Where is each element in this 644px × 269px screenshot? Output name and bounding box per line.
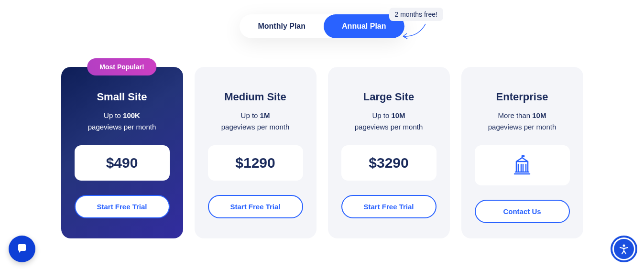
plan-card-small-site: Most Popular! Small Site Up to 100Kpagev… [61, 67, 183, 238]
promo-badge: 2 months free! [389, 8, 444, 21]
plan-title: Small Site [75, 91, 170, 103]
plan-card-medium-site: Medium Site Up to 1Mpageviews per month … [195, 67, 317, 238]
plan-title: Medium Site [208, 91, 303, 103]
plan-price: $1290 [235, 155, 275, 171]
plan-description: Up to 100Kpageviews per month [75, 110, 170, 133]
start-trial-button[interactable]: Start Free Trial [341, 195, 437, 218]
plan-title: Large Site [341, 91, 437, 103]
plan-card-enterprise: Enterprise More than 10Mpageviews per mo… [461, 67, 583, 238]
price-box [475, 145, 570, 185]
contact-us-button[interactable]: Contact Us [475, 200, 570, 223]
enterprise-building-icon [512, 155, 533, 176]
plan-price: $490 [106, 155, 138, 171]
price-box: $1290 [208, 145, 303, 181]
plan-card-large-site: Large Site Up to 10Mpageviews per month … [328, 67, 450, 238]
start-trial-button[interactable]: Start Free Trial [75, 195, 170, 218]
price-box: $490 [75, 145, 170, 181]
plan-title: Enterprise [475, 91, 570, 103]
promo-arrow-icon [399, 23, 428, 42]
price-box: $3290 [341, 145, 437, 181]
pricing-cards: Most Popular! Small Site Up to 100Kpagev… [57, 67, 587, 238]
plan-description: Up to 10Mpageviews per month [341, 110, 437, 133]
popular-badge: Most Popular! [87, 58, 156, 75]
billing-toggle: Monthly Plan Annual Plan [240, 14, 404, 38]
chat-icon [15, 242, 29, 256]
svg-point-1 [623, 245, 625, 247]
plan-description: More than 10Mpageviews per month [475, 110, 570, 133]
monthly-plan-tab[interactable]: Monthly Plan [240, 14, 324, 38]
accessibility-widget-button[interactable] [611, 236, 637, 262]
plan-description: Up to 1Mpageviews per month [208, 110, 303, 133]
svg-rect-0 [522, 156, 524, 157]
chat-widget-button[interactable] [9, 236, 35, 262]
start-trial-button[interactable]: Start Free Trial [208, 195, 303, 218]
plan-price: $3290 [369, 155, 408, 171]
accessibility-icon [618, 243, 630, 255]
billing-toggle-wrapper: 2 months free! Monthly Plan Annual Plan [57, 14, 587, 38]
